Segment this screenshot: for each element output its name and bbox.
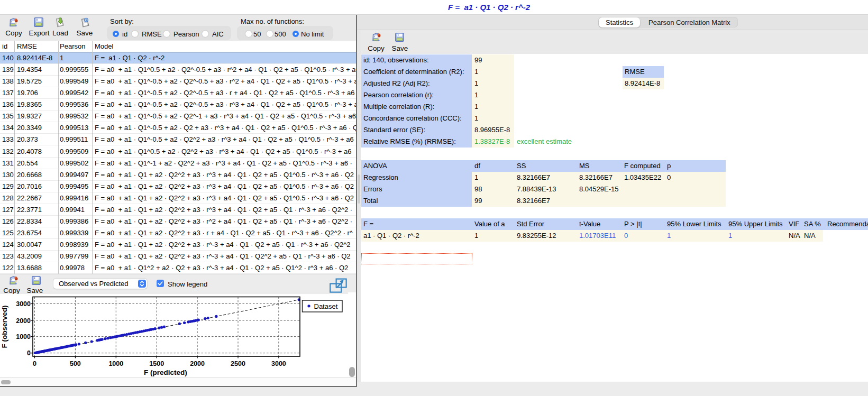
svg-text:2000: 2000 (16, 317, 31, 325)
svg-text:F (predicted): F (predicted) (144, 369, 187, 376)
svg-text:0: 0 (27, 349, 31, 357)
svg-text:2000: 2000 (190, 360, 205, 367)
svg-text:3000: 3000 (271, 360, 286, 367)
svg-text:0: 0 (33, 360, 36, 367)
svg-text:2500: 2500 (231, 360, 245, 367)
svg-text:1000: 1000 (108, 360, 123, 367)
svg-text:3000: 3000 (16, 300, 31, 308)
svg-text:1000: 1000 (16, 333, 31, 340)
svg-text:500: 500 (70, 360, 81, 367)
svg-text:Dataset: Dataset (314, 302, 338, 310)
svg-text:1500: 1500 (149, 360, 164, 367)
svg-text:F (observed): F (observed) (1, 305, 8, 348)
